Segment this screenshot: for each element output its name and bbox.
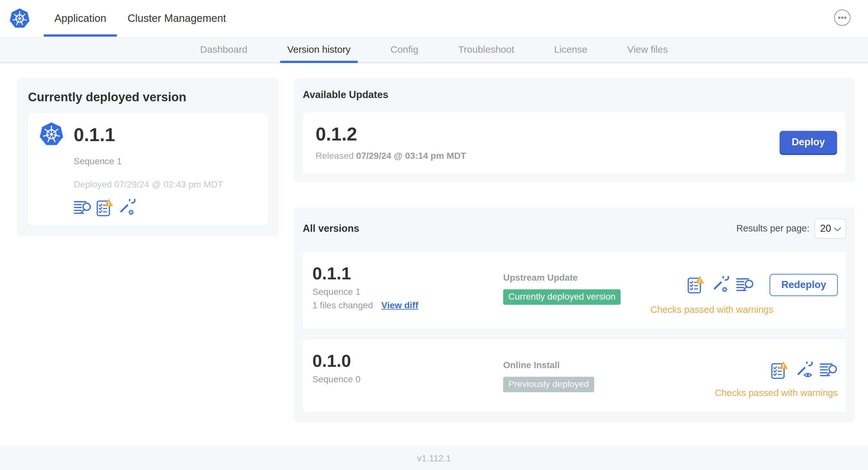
subnav-tab-config[interactable]: Config (371, 37, 438, 62)
currently-deployed-card: Currently deployed version 0.1.1 Sequenc… (17, 78, 279, 236)
view-diff-link[interactable]: View diff (381, 300, 418, 310)
checks-status: Checks passed with warnings (651, 304, 773, 315)
row-sequence: Sequence 1 (312, 287, 503, 297)
chevron-down-icon (834, 223, 841, 234)
version-row: 0.1.0 Sequence 0 Online Install Previous… (303, 339, 846, 412)
deployed-version-number: 0.1.1 (74, 125, 115, 145)
version-actions: Redeploy Checks passed with warnings (651, 264, 838, 315)
released-date: 07/29/24 @ 03:14 pm MDT (356, 151, 466, 161)
source-label: Online Install (503, 360, 594, 370)
update-version-number: 0.1.2 (316, 124, 466, 144)
subnav-tab-view-files[interactable]: View files (608, 37, 688, 62)
row-sequence: Sequence 0 (312, 374, 503, 384)
version-history-content: Currently deployed version 0.1.1 Sequenc… (0, 63, 868, 422)
deploy-button[interactable]: Deploy (779, 131, 837, 154)
released-label: Released (316, 151, 353, 161)
version-actions: Checks passed with warnings (715, 352, 838, 398)
app-header: Application Cluster Management (0, 0, 868, 37)
diff-icon[interactable] (74, 200, 92, 215)
available-updates-title: Available Updates (303, 89, 846, 101)
version-info: 0.1.0 Sequence 0 (312, 352, 503, 385)
redeploy-button[interactable]: Redeploy (770, 274, 838, 296)
config-gear-icon[interactable] (118, 199, 135, 216)
ellipsis-icon (834, 23, 851, 27)
available-updates-card: Available Updates 0.1.2 Released 07/29/2… (294, 78, 855, 182)
results-per-page-select[interactable]: 20 (815, 219, 846, 239)
previously-deployed-badge: Previously deployed (503, 377, 594, 392)
app-subnav: Dashboard Version history Config Trouble… (0, 37, 868, 63)
all-versions-header: All versions Results per page: 20 (303, 219, 846, 239)
checks-status: Checks passed with warnings (715, 388, 838, 398)
config-gear-icon[interactable] (712, 276, 729, 294)
row-version-number: 0.1.1 (312, 264, 503, 282)
version-info: 0.1.1 Sequence 1 1 files changed View di… (312, 264, 503, 311)
results-per-page-value: 20 (820, 223, 831, 234)
currently-deployed-badge: Currently deployed version (503, 289, 621, 305)
right-column: Available Updates 0.1.2 Released 07/29/2… (294, 78, 855, 422)
currently-deployed-title: Currently deployed version (28, 90, 268, 104)
kubernetes-logo (9, 0, 30, 37)
update-info: 0.1.2 Released 07/29/24 @ 03:14 pm MDT (316, 124, 466, 161)
source-label: Upstream Update (503, 273, 621, 283)
app-footer: v1.112.1 (0, 447, 868, 470)
console-version: v1.112.1 (417, 453, 451, 464)
deployed-timestamp: Deployed 07/29/24 @ 02:43 pm MDT (74, 179, 258, 190)
results-per-page-label: Results per page: (736, 223, 809, 234)
diff-icon[interactable] (820, 363, 838, 378)
subnav-tab-troubleshoot[interactable]: Troubleshoot (438, 37, 534, 62)
deployed-version-panel: 0.1.1 Sequence 1 Deployed 07/29/24 @ 02:… (28, 113, 268, 225)
tab-application[interactable]: Application (44, 0, 117, 37)
header-tabs: Application Cluster Management (44, 0, 237, 37)
preflight-checks-warning-icon[interactable] (687, 276, 705, 294)
version-row: 0.1.1 Sequence 1 1 files changed View di… (303, 252, 846, 329)
files-changed-label: 1 files changed (312, 300, 373, 310)
deployed-version-actions (74, 199, 258, 217)
deployed-sequence: Sequence 1 (74, 156, 258, 167)
diff-icon[interactable] (736, 277, 754, 293)
results-per-page: Results per page: 20 (736, 219, 846, 239)
preflight-checks-warning-icon[interactable] (96, 199, 114, 217)
all-versions-card: All versions Results per page: 20 (294, 208, 855, 422)
subnav-tab-license[interactable]: License (534, 37, 607, 62)
admin-console-page: Application Cluster Management Dashboard… (0, 0, 868, 470)
version-source: Upstream Update Currently deployed versi… (503, 264, 621, 305)
subnav-tab-version-history[interactable]: Version history (267, 37, 371, 62)
row-version-number: 0.1.0 (312, 352, 503, 370)
update-released-line: Released 07/29/24 @ 03:14 pm MDT (316, 151, 466, 161)
overflow-menu-button[interactable] (834, 9, 851, 26)
preflight-checks-warning-icon[interactable] (771, 361, 788, 379)
config-view-icon[interactable] (795, 362, 813, 379)
tab-cluster-management[interactable]: Cluster Management (117, 0, 237, 37)
version-source: Online Install Previously deployed (503, 352, 594, 392)
all-versions-title: All versions (303, 223, 359, 234)
available-update-row: 0.1.2 Released 07/29/24 @ 03:14 pm MDT D… (303, 112, 846, 174)
subnav-tab-dashboard[interactable]: Dashboard (180, 37, 267, 62)
kubernetes-logo (39, 122, 64, 148)
